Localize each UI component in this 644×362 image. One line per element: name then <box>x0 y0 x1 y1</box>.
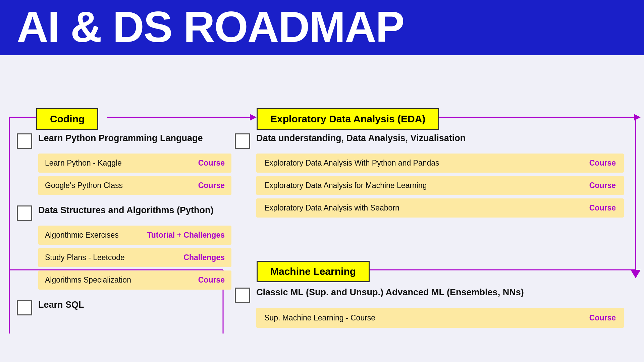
eda-resources: Exploratory Data Analysis With Python an… <box>256 154 624 218</box>
sql-checkbox[interactable] <box>17 300 32 315</box>
dsa-section: Data Structures and Algorithms (Python) … <box>17 204 231 290</box>
resource-name: Exploratory Data Analysis for Machine Le… <box>264 181 427 190</box>
python-section-title: Learn Python Programming Language <box>38 132 203 144</box>
right-column-ml: Classic ML (Sup. and Unsup.) Advanced ML… <box>235 287 624 337</box>
eda-checkbox[interactable] <box>235 133 250 149</box>
list-item: Exploratory Data Analysis for Machine Le… <box>256 176 624 195</box>
sql-section: Learn SQL <box>17 299 231 315</box>
list-item: Study Plans - Leetcode Challenges <box>38 248 231 267</box>
eda-section-title: Data understanding, Data Analysis, Vizua… <box>256 132 466 144</box>
python-checkbox[interactable] <box>17 133 32 149</box>
page-title: AI & DS ROADMAP <box>17 5 627 49</box>
resource-link[interactable]: Course <box>589 313 616 322</box>
python-section: Learn Python Programming Language Learn … <box>17 132 231 195</box>
dsa-section-header: Data Structures and Algorithms (Python) <box>17 204 231 221</box>
resource-name: Exploratory Data Analysis With Python an… <box>264 159 439 168</box>
list-item: Algorithms Specialization Course <box>38 270 231 290</box>
coding-node: Coding <box>36 108 98 130</box>
resource-name: Exploratory Data Analysis with Seaborn <box>264 203 399 213</box>
dsa-section-title: Data Structures and Algorithms (Python) <box>38 204 214 216</box>
sql-section-title: Learn SQL <box>38 299 84 311</box>
eda-section-header: Data understanding, Data Analysis, Vizua… <box>235 132 624 149</box>
sql-section-header: Learn SQL <box>17 299 231 315</box>
header: AI & DS ROADMAP <box>0 0 644 55</box>
list-item: Exploratory Data Analysis with Seaborn C… <box>256 198 624 218</box>
ml-node: Machine Learning <box>257 261 370 282</box>
list-item: Exploratory Data Analysis With Python an… <box>256 154 624 173</box>
resource-name: Study Plans - Leetcode <box>45 253 125 262</box>
resource-name: Algorithmic Exercises <box>45 231 119 240</box>
dsa-checkbox[interactable] <box>17 205 32 221</box>
resource-name: Learn Python - Kaggle <box>45 159 122 168</box>
resource-name: Sup. Machine Learning - Course <box>264 313 375 322</box>
list-item: Learn Python - Kaggle Course <box>38 154 231 173</box>
svg-marker-7 <box>631 270 641 278</box>
python-section-header: Learn Python Programming Language <box>17 132 231 149</box>
resource-link[interactable]: Course <box>589 181 616 190</box>
resource-link[interactable]: Course <box>198 181 225 190</box>
page-wrapper: AI & DS ROADMAP <box>0 0 644 350</box>
dsa-resources: Algorithmic Exercises Tutorial + Challen… <box>38 226 231 290</box>
resource-name: Google's Python Class <box>45 181 123 190</box>
resource-link[interactable]: Tutorial + Challenges <box>147 231 225 240</box>
resource-link[interactable]: Course <box>198 276 225 285</box>
left-column: Learn Python Programming Language Learn … <box>17 132 231 325</box>
list-item: Sup. Machine Learning - Course Course <box>256 308 624 328</box>
ml-section: Classic ML (Sup. and Unsup.) Advanced ML… <box>235 287 624 328</box>
ml-resources: Sup. Machine Learning - Course Course <box>256 308 624 328</box>
svg-marker-3 <box>250 114 257 121</box>
resource-link[interactable]: Course <box>589 159 616 168</box>
ml-checkbox[interactable] <box>235 288 250 303</box>
eda-section: Data understanding, Data Analysis, Vizua… <box>235 132 624 218</box>
list-item: Google's Python Class Course <box>38 176 231 195</box>
right-column-eda: Data understanding, Data Analysis, Vizua… <box>235 132 624 227</box>
resource-link[interactable]: Course <box>198 159 225 168</box>
list-item: Algorithmic Exercises Tutorial + Challen… <box>38 226 231 245</box>
ml-section-header: Classic ML (Sup. and Unsup.) Advanced ML… <box>235 287 624 303</box>
resource-name: Algorithms Specialization <box>45 276 131 285</box>
eda-node: Exploratory Data Analysis (EDA) <box>257 108 439 130</box>
main-area: Coding Exploratory Data Analysis (EDA) M… <box>0 55 644 350</box>
python-resources: Learn Python - Kaggle Course Google's Py… <box>38 154 231 195</box>
ml-section-title: Classic ML (Sup. and Unsup.) Advanced ML… <box>256 287 524 298</box>
resource-link[interactable]: Challenges <box>183 253 225 262</box>
resource-link[interactable]: Course <box>589 203 616 213</box>
svg-marker-5 <box>634 114 641 121</box>
